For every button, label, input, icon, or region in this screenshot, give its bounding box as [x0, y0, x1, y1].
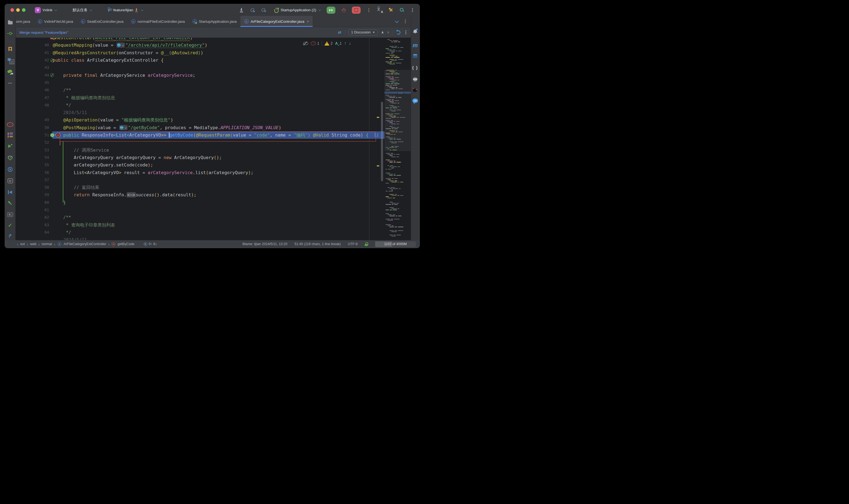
gutter-icons[interactable]: m [50, 132, 60, 138]
breadcrumb-item-ArFileCategoryExtController[interactable]: ArFileCategoryExtController [64, 242, 106, 246]
tab-orm.java[interactable]: orm.java [16, 16, 34, 27]
stripe-branch-out-icon[interactable]: ↱ [6, 233, 14, 239]
stripe-notifications-bell-icon[interactable] [412, 28, 419, 35]
http-client-globe-icon[interactable] [116, 42, 125, 48]
code-line-53[interactable]: 53// 调用Service [16, 146, 384, 154]
stripe-notifications-oval-icon[interactable]: ~~ [6, 121, 14, 128]
breadcrumb-item-web[interactable]: web [30, 242, 36, 246]
code-line-41[interactable]: 41@RequiredArgsConstructor(onConstructor… [16, 49, 384, 56]
translate-icon[interactable]: 文A [377, 8, 382, 13]
run-rocket-icon[interactable]: ▶ [250, 8, 255, 13]
code-line-62[interactable]: 62/** [16, 214, 384, 221]
close-tab-icon[interactable]: × [307, 19, 309, 23]
stripe-todo-list-icon[interactable] [6, 132, 14, 138]
task-widget[interactable]: 默认任务 [73, 8, 92, 13]
banner-kebab-icon[interactable]: ⋮ [404, 30, 408, 35]
stripe-more-icon[interactable]: ⋯ [6, 80, 14, 86]
stripe-ai-chat-icon[interactable]: </> [412, 97, 419, 104]
minimize-window-button[interactable] [16, 8, 20, 12]
tools-icon[interactable] [389, 8, 394, 13]
warning-stripe-mark[interactable] [377, 117, 379, 118]
code-line[interactable]: 2024/5/11 [16, 109, 384, 116]
stripe-commit-check-icon[interactable]: ✓ [6, 222, 14, 229]
code-line-49[interactable]: 49@ApiOperation(value = "根据编码查询类别信息") [16, 116, 384, 124]
editor-scrollbar[interactable] [381, 102, 383, 181]
http-client-globe-icon[interactable] [119, 125, 127, 130]
tab-SealExtController.java[interactable]: CSealExtController.java [77, 16, 127, 27]
code-line-64[interactable]: 64 */ [16, 229, 384, 236]
file-encoding[interactable]: UTF-8 [348, 242, 358, 246]
tab-VxlinkFileUtil.java[interactable]: CVxlinkFileUtil.java [34, 16, 77, 27]
stripe-copy-stack-icon[interactable] [6, 57, 14, 64]
stop-button[interactable] [352, 6, 361, 14]
stripe-gradle-icon[interactable] [412, 76, 419, 83]
close-window-button[interactable] [11, 8, 14, 12]
commits-ahead-behind-widget[interactable]: 0↑ 9↓ [144, 242, 157, 246]
stripe-rollback-icon[interactable] [6, 189, 14, 196]
code-line-60[interactable]: 60} [16, 199, 384, 206]
project-widget[interactable]: V Vxlink [35, 7, 57, 13]
code-line-46[interactable]: 46/** [16, 86, 384, 94]
code-line-44[interactable]: 44private final ArCategoryService arCate… [16, 72, 384, 79]
prev-problem-arrow[interactable]: ↑ [344, 41, 346, 46]
zoom-window-button[interactable] [22, 8, 25, 12]
code-line-47[interactable]: 47 * 根据编码查询类别信息 [16, 94, 384, 102]
code-line-45[interactable]: 45 [16, 79, 384, 86]
stripe-maven-m-icon[interactable]: m [412, 42, 419, 48]
stripe-plugin-bird-icon[interactable] [412, 87, 419, 93]
breadcrumb-item-ext[interactable]: ext [20, 242, 25, 246]
blame-info[interactable]: Blame: lijian 2024/5/11, 13:20 [242, 242, 287, 246]
code-minimap[interactable] [384, 38, 411, 240]
next-discussion-button[interactable]: ∨ [387, 31, 390, 34]
swap-diff-icon[interactable]: ⇄ [338, 30, 341, 35]
discussion-dropdown[interactable]: 1 Discussion▼ [348, 29, 378, 35]
autowired-bean-icon[interactable] [50, 73, 54, 77]
breadcrumb-item-normal[interactable]: normal [42, 242, 52, 246]
main-menu-kebab-icon[interactable]: ⋮ [410, 8, 415, 12]
stripe-services-wrench-icon[interactable] [6, 177, 14, 184]
code-line[interactable]: 2024/5/11 [16, 236, 384, 240]
caret-position[interactable]: 51:45 (119 chars, 1 line break) [294, 242, 341, 246]
stripe-build-hammer-icon[interactable] [6, 200, 14, 207]
tab-options-kebab-icon[interactable]: ⋮ [403, 19, 408, 23]
stripe-jrebel-icon[interactable]: JR [6, 69, 14, 75]
code-line-55[interactable]: 55arCategoryQuery.setCode(code); [16, 161, 384, 169]
inspections-widget[interactable]: ~~1 2 A1 ↑ ↓ [303, 41, 351, 46]
stripe-json-braces-icon[interactable]: { } [412, 64, 419, 71]
previous-discussion-button[interactable]: ∧ [381, 31, 384, 34]
tab-ArFileCategoryExtController.java[interactable]: CArFileCategoryExtController.java× [240, 16, 313, 27]
tab-list-chevron-icon[interactable] [395, 19, 399, 23]
code-line-43[interactable]: 43 [16, 64, 384, 71]
code-editor[interactable]: ↴@RestController(ARCHIVE_FILE_CATEGORY_E… [16, 38, 411, 240]
code-line-50[interactable]: 50@PostMapping(value = "/getByCode", pro… [16, 124, 384, 131]
warning-stripe-mark[interactable] [377, 165, 379, 166]
refresh-icon[interactable] [396, 31, 400, 35]
tab-StartupApplication.java[interactable]: CStartupApplication.java [189, 16, 240, 27]
code-line-57[interactable]: 57 [16, 176, 384, 184]
download-icon[interactable] [240, 8, 244, 12]
code-line-63[interactable]: 63 * 查询电子印章类别列表 [16, 221, 384, 229]
stripe-terminal-icon[interactable]: >_ [6, 211, 14, 218]
stripe-run-icon[interactable] [6, 143, 14, 149]
branch-widget[interactable]: feature/lijian [108, 8, 143, 12]
debug-button[interactable] [341, 8, 346, 12]
stripe-pipeline-icon[interactable] [6, 166, 14, 173]
code-line-58[interactable]: 58// 返回结果 [16, 184, 384, 191]
rest-endpoint-icon[interactable] [50, 133, 55, 138]
code-line-61[interactable]: 61 [16, 206, 384, 214]
stripe-project-folder-icon[interactable] [6, 19, 14, 25]
gutter-icons[interactable] [50, 73, 54, 78]
code-line-42[interactable]: 42public class ArFileCategoryExtControll… [16, 56, 384, 64]
run-rocket-settings-icon[interactable]: ⚙ [261, 8, 266, 13]
memory-indicator[interactable]: 1102 of 4000M [375, 241, 416, 247]
code-line-59[interactable]: 59return ResponseInfo.<~>success().data(… [16, 191, 384, 199]
tab-normal/FileExtController.java[interactable]: Cnormal/FileExtController.java [127, 16, 189, 27]
code-line-56[interactable]: 56List<ArCategoryVO> result = arCategory… [16, 169, 384, 176]
hide-highlights-icon[interactable] [303, 41, 308, 46]
stripe-database-icon[interactable] [412, 53, 419, 59]
rerun-button[interactable] [327, 6, 336, 14]
lock-icon[interactable] [365, 242, 368, 246]
run-configuration-selector[interactable]: StartupApplication (2) [274, 8, 321, 13]
next-problem-arrow[interactable]: ↓ [349, 41, 351, 46]
breadcrumb-item-getByCode[interactable]: getByCode [118, 242, 134, 246]
